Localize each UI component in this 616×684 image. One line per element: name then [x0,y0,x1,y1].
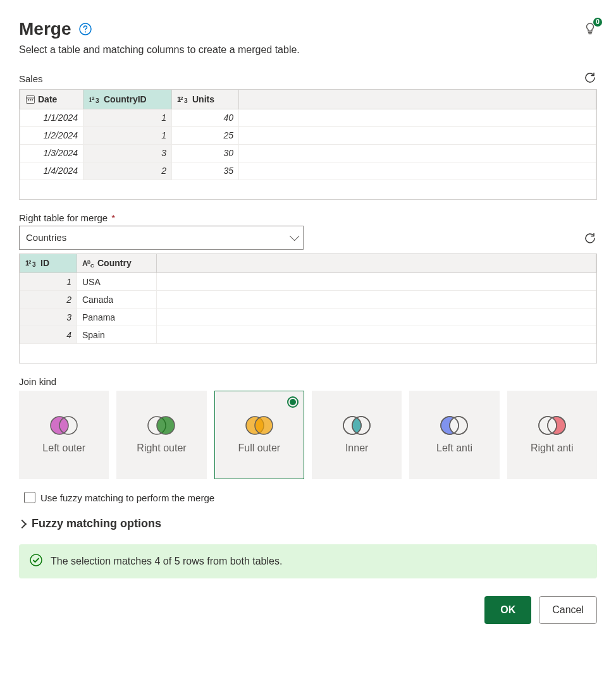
table-row[interactable]: 1/4/2024235 [20,162,596,180]
left-table-name: Sales [19,73,43,84]
join-kind-label: Right outer [137,443,186,454]
cell-id: 3 [20,308,77,326]
cell-countryid: 1 [83,126,172,144]
join-kind-left-outer[interactable]: Left outer [19,391,109,479]
cell-countryid: 2 [83,162,172,180]
date-type-icon [25,94,35,104]
cell-country: Panama [77,308,157,326]
right-table-label: Right table for merge [19,212,108,223]
refresh-right-icon[interactable] [583,231,597,247]
table-row[interactable]: 1USA [20,273,596,291]
table-row[interactable]: 1/2/2024125 [20,126,596,144]
cell-date: 1/4/2024 [20,162,83,180]
join-kind-left-anti[interactable]: Left anti [409,391,499,479]
chevron-down-icon [290,232,297,243]
match-status-text: The selection matches 4 of 5 rows from b… [51,556,282,567]
radio-selected-icon [287,396,299,408]
cell-country: USA [77,273,157,291]
right-table-dropdown-value: Countries [26,232,66,243]
cell-units: 40 [172,109,239,126]
text-type-icon: ABC [82,259,95,267]
cell-countryid: 3 [83,144,172,162]
fuzzy-matching-checkbox[interactable] [24,492,35,503]
svg-point-36 [30,554,42,566]
svg-text:C: C [90,263,94,267]
fuzzy-options-expander[interactable]: Fuzzy matching options [19,517,597,530]
dialog-title: Merge [19,19,71,39]
fuzzy-options-label: Fuzzy matching options [32,517,161,530]
cell-id: 2 [20,291,77,308]
left-table-grid[interactable]: Date 123 CountryID 123 [19,89,597,200]
tips-badge: 0 [593,18,602,27]
venn-right-outer-icon [147,416,176,435]
table-row[interactable]: 4Spain [20,326,596,344]
match-status-banner: The selection matches 4 of 5 rows from b… [19,544,597,578]
venn-right-anti-icon [538,416,567,435]
venn-inner-icon [342,416,371,435]
venn-full-outer-icon [245,416,274,435]
ok-button[interactable]: OK [484,596,531,624]
column-header-country[interactable]: ABC Country [77,254,157,273]
svg-point-21 [157,417,175,434]
cell-units: 25 [172,126,239,144]
svg-rect-5 [32,99,33,101]
svg-text:3: 3 [32,261,36,267]
cell-id: 1 [20,273,77,291]
table-row[interactable]: 2Canada [20,291,596,308]
right-table-grid[interactable]: 123 ID ABC Country 1USA2Canada3Panama4 [19,253,597,364]
svg-text:3: 3 [184,97,188,104]
cell-date: 1/1/2024 [20,109,83,126]
success-icon [29,553,43,570]
dialog-subtitle: Select a table and matching columns to c… [19,44,597,56]
svg-rect-4 [30,99,31,101]
svg-text:2: 2 [28,259,32,265]
join-kind-label: Left anti [436,443,472,454]
number-type-icon: 123 [89,95,101,104]
column-header-id[interactable]: 123 ID [20,254,77,273]
column-header-countryid[interactable]: 123 CountryID [83,90,172,109]
join-kind-label: Full outer [238,443,280,454]
join-kind-label: Join kind [19,376,56,387]
cell-units: 30 [172,144,239,162]
svg-rect-3 [28,99,29,101]
join-kind-label: Right anti [531,443,574,454]
venn-left-outer-icon [49,416,78,435]
required-asterisk: * [111,212,115,223]
help-icon[interactable] [78,22,92,36]
svg-point-23 [255,417,273,434]
svg-point-1 [85,32,86,33]
cell-country: Canada [77,291,157,308]
cell-countryid: 1 [83,109,172,126]
join-kind-label: Inner [345,443,368,454]
join-kind-right-anti[interactable]: Right anti [507,391,597,479]
right-table-dropdown[interactable]: Countries [19,226,304,250]
join-kind-right-outer[interactable]: Right outer [116,391,206,479]
svg-text:3: 3 [95,97,99,104]
table-row[interactable]: 1/3/2024330 [20,144,596,162]
fuzzy-matching-label: Use fuzzy matching to perform the merge [40,492,214,503]
venn-left-anti-icon [440,416,469,435]
column-header-date[interactable]: Date [20,90,83,109]
table-row[interactable]: 1/1/2024140 [20,109,596,126]
chevron-right-icon [19,517,27,530]
column-header-filler [239,90,596,109]
cancel-button[interactable]: Cancel [539,596,597,624]
join-kind-label: Left outer [42,443,85,454]
refresh-left-icon[interactable] [583,71,597,87]
cell-date: 1/3/2024 [20,144,83,162]
number-type-icon: 123 [177,95,190,104]
cell-date: 1/2/2024 [20,126,83,144]
number-type-icon: 123 [25,259,38,267]
column-header-filler [157,254,596,273]
table-row[interactable]: 3Panama [20,308,596,326]
cell-units: 35 [172,162,239,180]
join-kind-full-outer[interactable]: Full outer [214,391,304,479]
svg-text:2: 2 [92,95,95,101]
tips-button[interactable]: 0 [583,21,597,37]
cell-country: Spain [77,326,157,344]
join-kind-inner[interactable]: Inner [312,391,402,479]
column-header-units[interactable]: 123 Units [172,90,239,109]
svg-text:2: 2 [180,95,183,101]
cell-id: 4 [20,326,77,344]
